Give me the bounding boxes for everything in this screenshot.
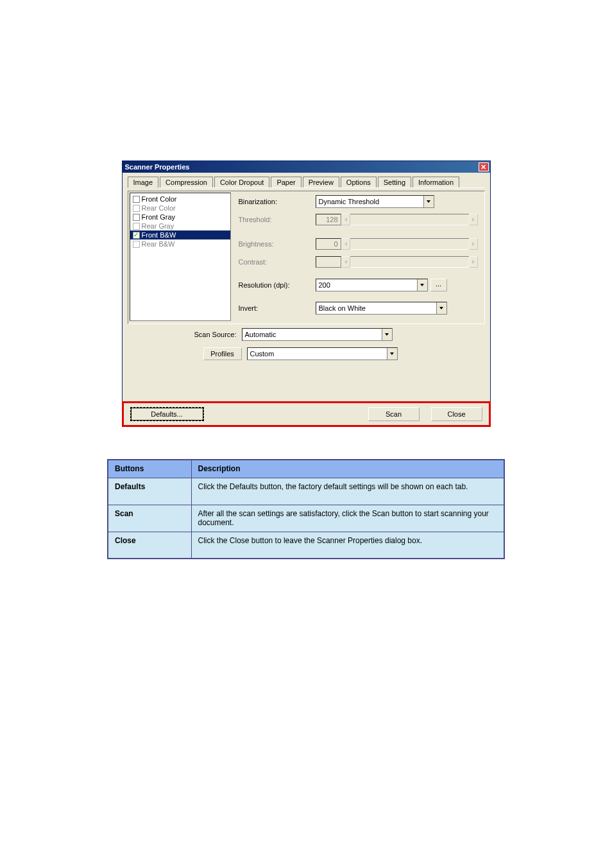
- list-item[interactable]: Rear B&W: [130, 239, 230, 248]
- tab-paper[interactable]: Paper: [271, 177, 301, 187]
- list-item[interactable]: Rear Color: [130, 204, 230, 213]
- table-row: Defaults Click the Defaults button, the …: [108, 478, 504, 505]
- arrow-right-icon: [469, 214, 478, 225]
- window-title: Scanner Properties: [125, 163, 190, 171]
- image-type-list[interactable]: Front Color Rear Color Front Gray Rear G…: [130, 193, 231, 321]
- threshold-slider: 128: [316, 214, 478, 225]
- table-row: Close Click the Close button to leave th…: [108, 532, 504, 559]
- list-item[interactable]: Front Gray: [130, 213, 230, 221]
- brightness-label: Brightness:: [239, 240, 316, 248]
- scan-button[interactable]: Scan: [368, 407, 420, 421]
- binarization-dropdown[interactable]: Dynamic Threshold: [316, 195, 434, 208]
- tab-information[interactable]: Information: [412, 177, 459, 187]
- titlebar[interactable]: Scanner Properties ✕: [123, 161, 490, 173]
- checkbox-icon[interactable]: [133, 205, 140, 212]
- image-settings: Binarization: Dynamic Threshold Threshol…: [236, 193, 483, 322]
- chevron-down-icon[interactable]: [382, 329, 392, 340]
- profiles-button[interactable]: Profiles: [203, 347, 242, 360]
- tab-options[interactable]: Options: [341, 177, 377, 187]
- tab-strip: Image Compression Color Dropout Paper Pr…: [128, 177, 485, 188]
- chevron-down-icon[interactable]: [423, 196, 434, 207]
- checkbox-icon[interactable]: [133, 232, 140, 239]
- resolution-dropdown[interactable]: 200: [316, 279, 428, 291]
- button-bar-highlight: Defaults... Scan Close: [122, 401, 491, 427]
- chevron-down-icon[interactable]: [436, 302, 446, 314]
- resolution-more-button[interactable]: ...: [430, 279, 447, 291]
- resolution-label: Resolution (dpi):: [239, 281, 316, 289]
- arrow-right-icon: [469, 238, 478, 250]
- list-item[interactable]: Front Color: [130, 195, 230, 204]
- arrow-left-icon: [341, 238, 350, 250]
- checkbox-icon[interactable]: [133, 196, 140, 203]
- arrow-right-icon: [469, 256, 478, 268]
- table-row: Scan After all the scan settings are sat…: [108, 505, 504, 532]
- scanner-properties-dialog: Scanner Properties ✕ Image Compression C…: [122, 161, 491, 427]
- brightness-slider: 0: [316, 238, 478, 250]
- list-item[interactable]: Front B&W: [130, 230, 230, 239]
- close-button[interactable]: Close: [431, 407, 482, 421]
- binarization-label: Binarization:: [239, 198, 316, 205]
- threshold-label: Threshold:: [239, 216, 316, 223]
- tab-image[interactable]: Image: [128, 177, 159, 188]
- checkbox-icon[interactable]: [133, 214, 140, 221]
- invert-dropdown[interactable]: Black on White: [316, 302, 447, 315]
- tab-color-dropout[interactable]: Color Dropout: [214, 177, 269, 187]
- profiles-dropdown[interactable]: Custom: [247, 347, 398, 360]
- table-header: Description: [191, 460, 504, 478]
- arrow-left-icon: [341, 214, 350, 225]
- contrast-slider: [316, 256, 478, 268]
- table-header: Buttons: [108, 460, 191, 478]
- list-item[interactable]: Rear Gray: [130, 221, 230, 230]
- arrow-left-icon: [341, 256, 350, 268]
- tab-preview[interactable]: Preview: [303, 177, 339, 187]
- scan-source-label: Scan Source:: [133, 331, 242, 338]
- chevron-down-icon[interactable]: [387, 348, 397, 360]
- close-icon[interactable]: ✕: [479, 162, 489, 171]
- tab-setting[interactable]: Setting: [378, 177, 411, 187]
- checkbox-icon[interactable]: [133, 223, 140, 230]
- contrast-label: Contrast:: [239, 258, 316, 266]
- defaults-button[interactable]: Defaults...: [130, 407, 204, 421]
- invert-label: Invert:: [239, 304, 316, 312]
- chevron-down-icon[interactable]: [417, 279, 427, 291]
- checkbox-icon[interactable]: [133, 241, 140, 248]
- tab-compression[interactable]: Compression: [160, 177, 213, 187]
- buttons-description-table: Buttons Description Defaults Click the D…: [107, 459, 505, 559]
- scan-source-dropdown[interactable]: Automatic: [242, 328, 393, 341]
